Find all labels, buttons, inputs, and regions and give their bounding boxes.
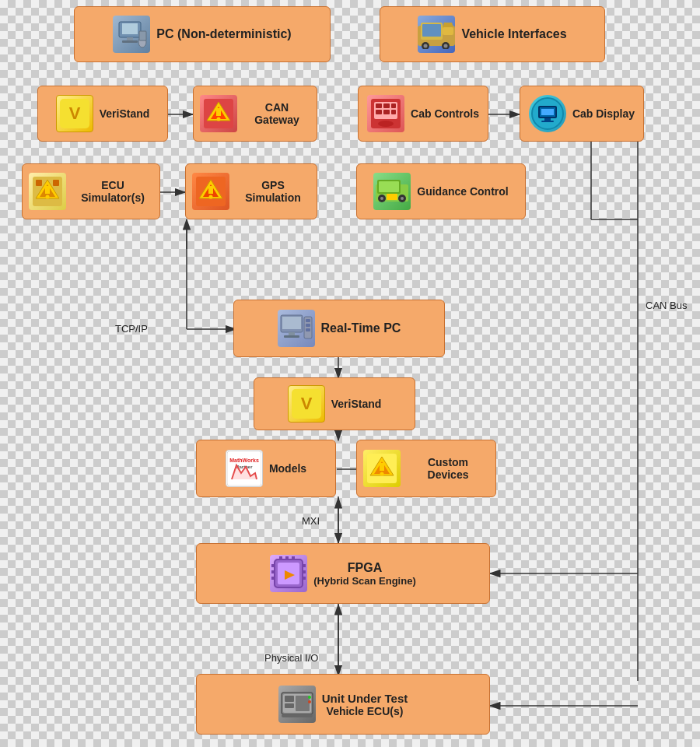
svg-rect-64 <box>36 180 42 186</box>
svg-rect-95 <box>380 463 384 471</box>
ecu-label: ECU Simulator(s) <box>72 179 153 204</box>
svg-rect-35 <box>443 27 453 35</box>
svg-rect-51 <box>391 110 396 114</box>
veristand-box: V VeriStand <box>37 86 168 142</box>
gps-icon <box>192 173 229 210</box>
mxi-label: MXI <box>302 515 320 527</box>
svg-rect-62 <box>45 186 50 194</box>
svg-rect-46 <box>376 103 382 108</box>
svg-rect-69 <box>208 186 213 194</box>
svg-point-34 <box>444 44 448 48</box>
svg-text:V: V <box>68 103 80 123</box>
svg-rect-57 <box>544 118 551 121</box>
uut-label: Unit Under Test <box>322 692 408 705</box>
svg-rect-73 <box>379 181 399 192</box>
fpga-label: FPGA <box>313 561 415 575</box>
svg-rect-86 <box>306 328 310 331</box>
pc-icon <box>113 16 150 53</box>
svg-rect-81 <box>289 332 295 335</box>
svg-rect-56 <box>541 109 554 115</box>
svg-rect-80 <box>282 317 301 329</box>
guidance-box: Guidance Control <box>356 163 526 219</box>
svg-rect-112 <box>285 703 294 708</box>
veristand2-box: V VeriStand <box>254 377 415 430</box>
cab-controls-box: Cab Controls <box>358 86 488 142</box>
svg-rect-107 <box>292 556 295 559</box>
svg-text:V: V <box>300 394 312 413</box>
svg-rect-30 <box>422 24 441 37</box>
svg-point-77 <box>380 197 383 200</box>
svg-rect-27 <box>139 31 146 40</box>
svg-rect-25 <box>122 40 138 43</box>
svg-point-115 <box>308 700 311 703</box>
physical-io-label: Physical I/O <box>264 652 318 664</box>
vehicle-interfaces-box: Vehicle Interfaces <box>380 6 605 62</box>
svg-point-75 <box>401 197 404 200</box>
svg-point-96 <box>380 472 384 476</box>
svg-rect-24 <box>127 37 133 40</box>
cab-display-icon <box>529 95 566 132</box>
svg-point-70 <box>209 195 213 199</box>
svg-rect-50 <box>383 110 390 114</box>
gps-box: GPS Simulation <box>185 163 317 219</box>
uut-icon <box>278 686 316 723</box>
mathworks-icon: MathWorks Partner <box>226 450 263 487</box>
veristand-icon: V <box>56 95 93 132</box>
svg-rect-58 <box>541 121 554 122</box>
can-bus-label: CAN Bus <box>646 300 687 311</box>
svg-rect-103 <box>303 570 306 573</box>
veristand2-icon: V <box>288 385 325 423</box>
svg-rect-42 <box>216 108 221 116</box>
svg-rect-104 <box>303 577 306 580</box>
cab-controls-label: Cab Controls <box>411 107 479 120</box>
custom-devices-label: Custom Devices <box>407 456 489 481</box>
svg-rect-84 <box>306 319 310 322</box>
svg-rect-116 <box>282 714 313 717</box>
veristand-label: VeriStand <box>100 107 150 120</box>
vehicle-interfaces-label: Vehicle Interfaces <box>461 27 566 41</box>
svg-rect-102 <box>303 564 306 567</box>
svg-rect-47 <box>383 103 390 108</box>
svg-rect-78 <box>387 194 397 200</box>
svg-rect-113 <box>296 696 310 711</box>
svg-rect-100 <box>271 570 275 573</box>
uut-box: Unit Under Test Vehicle ECU(s) <box>196 674 490 735</box>
svg-rect-49 <box>376 110 382 114</box>
models-label: Models <box>269 462 306 475</box>
cab-display-label: Cab Display <box>572 107 635 120</box>
svg-rect-82 <box>284 335 299 338</box>
veristand2-label: VeriStand <box>331 398 382 410</box>
svg-rect-111 <box>285 696 294 702</box>
svg-rect-65 <box>53 180 59 186</box>
svg-point-32 <box>424 44 428 48</box>
svg-point-43 <box>217 117 221 121</box>
rtpc-box: Real-Time PC <box>233 300 445 357</box>
svg-point-114 <box>308 696 311 699</box>
rtpc-label: Real-Time PC <box>321 321 401 335</box>
fpga-box: FPGA (Hybrid Scan Engine) <box>196 543 490 604</box>
cab-controls-icon <box>367 95 404 132</box>
svg-point-63 <box>46 195 50 199</box>
svg-rect-101 <box>271 577 275 580</box>
rtpc-icon <box>278 310 315 347</box>
svg-marker-36 <box>443 23 453 27</box>
svg-rect-23 <box>122 23 138 34</box>
custom-devices-icon <box>363 450 401 487</box>
svg-text:MathWorks: MathWorks <box>229 458 259 463</box>
can-gateway-box: CAN Gateway <box>193 86 317 142</box>
ecu-icon <box>29 173 66 210</box>
cab-display-box: Cab Display <box>520 86 644 142</box>
svg-rect-85 <box>306 324 310 327</box>
pc-box: PC (Non-deterministic) <box>74 6 331 62</box>
can-gateway-label: CAN Gateway <box>243 101 310 126</box>
custom-devices-box: Custom Devices <box>356 440 496 497</box>
svg-rect-48 <box>391 103 396 108</box>
svg-rect-99 <box>271 564 275 567</box>
gps-label: GPS Simulation <box>236 179 310 204</box>
can-icon <box>200 95 237 132</box>
svg-rect-106 <box>285 556 289 559</box>
diagram-container: PC (Non-deterministic) Vehicle Interface… <box>0 0 700 747</box>
fpga-icon <box>270 555 307 592</box>
svg-rect-105 <box>279 556 282 559</box>
guidance-icon <box>373 173 411 210</box>
